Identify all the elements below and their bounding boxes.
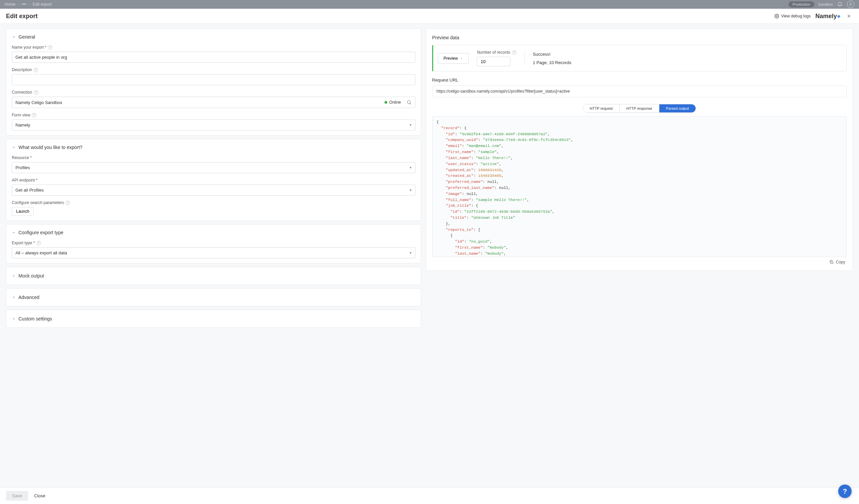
main-content: General Name your export * ? Description… [0, 24, 859, 491]
bell-icon[interactable] [837, 1, 843, 7]
close-button[interactable] [845, 12, 853, 20]
section-advanced-header[interactable]: Advanced [12, 293, 416, 301]
topbar-right: Production Sandbox [788, 1, 854, 8]
field-name: Name your export * ? [12, 45, 416, 63]
field-description: Description ? [12, 67, 416, 85]
help-icon[interactable]: ? [65, 201, 70, 205]
success-column: Success! 1 Page, 10 Records [533, 52, 571, 65]
name-input[interactable] [12, 52, 416, 63]
copy-label: Copy [836, 260, 845, 264]
preview-panel: Preview data Preview Number of records ?… [426, 29, 853, 271]
help-icon[interactable]: ? [512, 50, 516, 55]
records-label: Number of records [477, 50, 510, 55]
help-icon[interactable]: ? [36, 241, 41, 245]
preview-bar: Preview Number of records ? Success! 1 P… [432, 45, 847, 72]
chevron-right-icon [460, 57, 463, 60]
chevron-down-icon [12, 145, 16, 149]
connection-select[interactable]: Namely Celigo Sandbox Online [12, 97, 416, 108]
chevron-down-icon [12, 317, 16, 321]
chevron-right-icon: › [18, 3, 19, 6]
status-dot-icon [385, 101, 387, 104]
success-text: Success! [533, 52, 571, 57]
section-custom-title: Custom settings [18, 316, 52, 321]
env-production-pill[interactable]: Production [788, 1, 814, 7]
section-mock-header[interactable]: Mock output [12, 272, 416, 280]
section-advanced-title: Advanced [18, 295, 39, 300]
field-search-params: Configure search parameters ? Launch [12, 200, 416, 216]
chevron-down-icon: ▾ [410, 123, 412, 127]
description-input[interactable] [12, 74, 416, 85]
response-tabs: HTTP request HTTP response Parsed output [432, 104, 847, 113]
help-icon[interactable]: ? [48, 45, 52, 50]
right-column: Preview data Preview Number of records ?… [426, 29, 853, 471]
svg-rect-3 [831, 261, 833, 263]
breadcrumb: Home › ••• › Edit export [5, 2, 52, 7]
svg-point-0 [850, 3, 851, 4]
view-debug-logs-link[interactable]: View debug logs [774, 14, 811, 18]
section-export-what-title: What would you like to export? [18, 144, 82, 150]
tab-http-request[interactable]: HTTP request [583, 104, 620, 112]
tab-parsed-output[interactable]: Parsed output [659, 104, 696, 112]
tab-http-response[interactable]: HTTP response [620, 104, 659, 112]
api-endpoint-select[interactable]: Get all Profiles ▾ [12, 185, 416, 196]
section-export-what: What would you like to export? Resource … [6, 139, 421, 221]
help-icon[interactable]: ? [34, 90, 38, 95]
field-api-endpoint: API endpoint * Get all Profiles ▾ [12, 178, 416, 196]
launch-button[interactable]: Launch [12, 207, 33, 216]
breadcrumb-home[interactable]: Home [5, 2, 15, 7]
records-input[interactable] [477, 57, 510, 66]
export-type-select[interactable]: All – always export all data ▾ [12, 247, 416, 258]
preview-button[interactable]: Preview [438, 53, 469, 64]
chevron-down-icon [12, 295, 16, 299]
request-url-label: Request URL [432, 77, 847, 82]
chevron-right-icon: › [29, 3, 30, 6]
preview-title: Preview data [432, 35, 847, 40]
field-form-view: Form view ? Namely ▾ [12, 113, 416, 131]
chevron-down-icon [12, 230, 16, 234]
page-header: Edit export View debug logs Namely◆ [0, 9, 859, 24]
name-label: Name your export * [12, 45, 46, 50]
section-custom-settings: Custom settings [6, 310, 421, 328]
records-box: Number of records ? [477, 50, 516, 66]
left-column: General Name your export * ? Description… [6, 29, 421, 471]
section-mock-title: Mock output [18, 273, 44, 278]
chevron-down-icon [12, 35, 16, 39]
parsed-output-code[interactable]: { "record": { "id": "5c002fe4-a0e7-4160-… [432, 116, 847, 257]
section-mock-output: Mock output [6, 267, 421, 285]
preview-button-label: Preview [443, 56, 458, 61]
search-icon[interactable] [406, 100, 412, 105]
section-export-what-header[interactable]: What would you like to export? [12, 144, 416, 151]
section-general-header[interactable]: General [12, 33, 416, 40]
form-view-select[interactable]: Namely ▾ [12, 120, 416, 131]
export-type-value: All – always export all data [15, 250, 67, 255]
env-sandbox[interactable]: Sandbox [818, 2, 833, 6]
field-export-type: Export type * ? All – always export all … [12, 241, 416, 258]
help-icon[interactable]: ? [32, 113, 36, 118]
user-avatar-icon[interactable] [847, 1, 854, 8]
request-url-box[interactable]: https://celigo-sandbox.namely.com/api/v1… [432, 85, 847, 97]
chevron-down-icon [12, 274, 16, 278]
gear-icon [774, 14, 779, 18]
chevron-down-icon: ▾ [410, 165, 412, 170]
section-custom-header[interactable]: Custom settings [12, 315, 416, 323]
connection-status: Online [389, 100, 401, 105]
svg-point-2 [407, 101, 410, 104]
section-advanced: Advanced [6, 288, 421, 306]
svg-point-1 [776, 15, 778, 17]
resource-label: Resource * [12, 155, 32, 160]
breadcrumb-dots[interactable]: ••• [22, 2, 26, 7]
form-view-label: Form view [12, 113, 30, 118]
help-icon[interactable]: ? [33, 68, 38, 72]
section-configure-type: Configure export type Export type * ? Al… [6, 224, 421, 263]
section-configure-type-title: Configure export type [18, 230, 63, 235]
connection-value: Namely Celigo Sandbox [15, 100, 62, 105]
chevron-down-icon: ▾ [410, 188, 412, 192]
section-configure-type-header[interactable]: Configure export type [12, 229, 416, 236]
close-icon [847, 14, 851, 18]
description-label: Description [12, 67, 32, 72]
resource-value: Profiles [15, 165, 30, 170]
chevron-down-icon: ▾ [410, 251, 412, 255]
export-type-label: Export type * [12, 241, 35, 245]
copy-button[interactable]: Copy [432, 257, 847, 264]
resource-select[interactable]: Profiles ▾ [12, 162, 416, 173]
